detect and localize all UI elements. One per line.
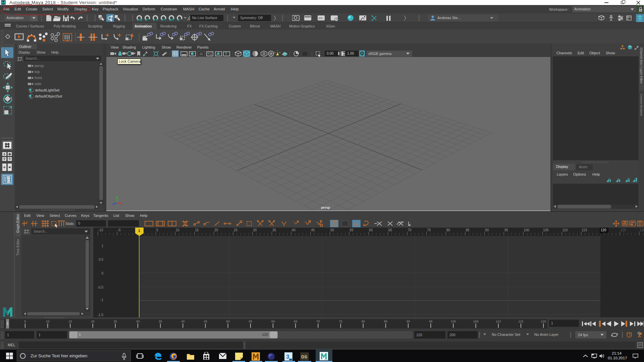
svg-text:Stats: Stats [65, 222, 74, 226]
svg-text:55: 55 [249, 319, 253, 323]
svg-text:25: 25 [234, 228, 238, 232]
svg-text:45: 45 [204, 319, 207, 323]
svg-text:10: 10 [46, 319, 50, 323]
svg-text:95: 95 [429, 319, 433, 323]
svg-text:110: 110 [496, 319, 501, 323]
svg-text:90: 90 [407, 319, 410, 323]
svg-text:50: 50 [330, 228, 334, 232]
svg-text:45: 45 [311, 228, 315, 232]
svg-text:5: 5 [24, 319, 26, 323]
svg-text:80: 80 [361, 319, 365, 323]
svg-text:95: 95 [504, 228, 508, 232]
svg-text:100: 100 [524, 228, 529, 232]
svg-text:120: 120 [601, 228, 606, 232]
svg-text:10: 10 [176, 228, 180, 232]
svg-text:IPR: IPR [319, 17, 323, 20]
svg-text:1: 1 [138, 229, 140, 233]
svg-text:120: 120 [541, 319, 546, 323]
svg-text:-5: -5 [118, 228, 121, 232]
svg-text:2018: 2018 [324, 359, 327, 360]
svg-text:30: 30 [253, 228, 257, 232]
svg-text:40: 40 [181, 319, 185, 323]
svg-text:85: 85 [466, 228, 470, 232]
svg-text:55: 55 [350, 228, 354, 232]
svg-text:35: 35 [159, 319, 162, 323]
svg-text:5: 5 [156, 228, 158, 232]
svg-text:40: 40 [292, 228, 296, 232]
svg-text:65: 65 [294, 319, 298, 323]
svg-text:21:14: 21:14 [612, 351, 622, 355]
svg-text:20: 20 [91, 319, 95, 323]
svg-text:100: 100 [450, 319, 456, 323]
svg-text:125: 125 [621, 228, 626, 232]
svg-text:35: 35 [272, 228, 276, 232]
svg-text:30: 30 [136, 319, 140, 323]
svg-text:115: 115 [582, 228, 587, 232]
svg-text:130: 130 [640, 228, 644, 232]
svg-text:3: 3 [286, 354, 289, 360]
svg-text:01.10.2017: 01.10.2017 [608, 356, 627, 360]
svg-text:DS: DS [301, 354, 307, 359]
svg-text:60: 60 [271, 319, 275, 323]
svg-text:20: 20 [214, 228, 218, 232]
svg-text:60: 60 [369, 228, 373, 232]
svg-text:105: 105 [543, 228, 549, 232]
svg-text:25: 25 [113, 319, 117, 323]
svg-text:105: 105 [473, 319, 479, 323]
svg-text:90: 90 [485, 228, 489, 232]
svg-text:T: T [225, 52, 227, 56]
svg-text:110: 110 [562, 228, 568, 232]
svg-text:85: 85 [384, 319, 388, 323]
svg-text:65: 65 [388, 228, 392, 232]
svg-text:-10: -10 [98, 228, 103, 232]
svg-text:70: 70 [408, 228, 412, 232]
svg-text:80: 80 [446, 228, 450, 232]
svg-text:50: 50 [226, 319, 230, 323]
svg-text:70: 70 [316, 319, 320, 323]
svg-text:115: 115 [518, 319, 523, 323]
svg-text:15: 15 [195, 228, 199, 232]
svg-text:15: 15 [68, 319, 72, 323]
svg-text:75: 75 [339, 319, 342, 323]
svg-text:75: 75 [427, 228, 431, 232]
